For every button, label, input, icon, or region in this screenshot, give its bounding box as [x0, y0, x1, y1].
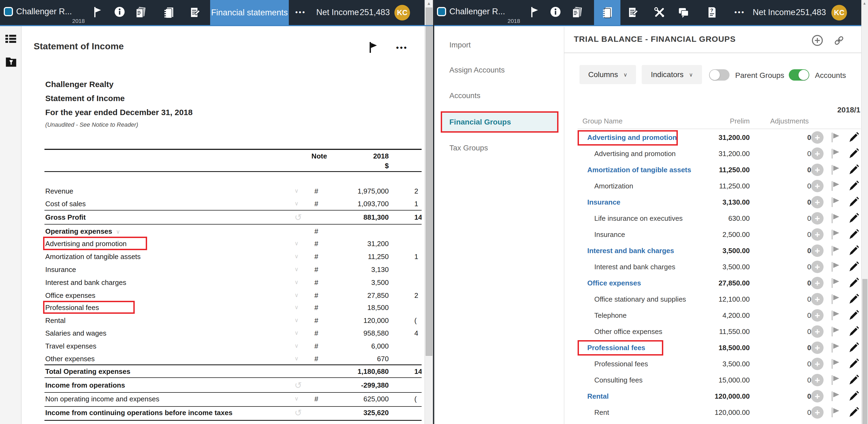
add-circle-icon[interactable]: +	[811, 261, 824, 273]
add-circle-icon[interactable]: +	[811, 390, 824, 402]
add-circle-icon[interactable]: +	[811, 180, 824, 192]
add-circle-icon[interactable]: +	[811, 406, 824, 419]
add-circle-icon[interactable]: +	[811, 212, 824, 224]
add-circle-icon[interactable]: +	[811, 131, 824, 144]
add-circle-icon[interactable]: +	[811, 163, 824, 176]
split-screen: Challenger R... 2018 Financial statement…	[0, 0, 868, 424]
annotation-highlight-box	[578, 130, 678, 146]
add-circle-icon[interactable]: +	[811, 196, 824, 208]
add-circle-icon[interactable]: +	[811, 277, 824, 289]
header-accent-line	[0, 25, 433, 26]
add-circle-icon[interactable]: +	[811, 293, 824, 305]
window-divider[interactable]	[433, 0, 434, 424]
add-circle-icon[interactable]: +	[811, 325, 824, 338]
add-circle-icon[interactable]: +	[811, 147, 824, 160]
annotation-highlight-box	[43, 301, 135, 314]
add-circle-icon[interactable]: +	[811, 341, 824, 354]
add-circle-icon[interactable]: +	[811, 244, 824, 257]
add-circle-icon[interactable]: +	[811, 228, 824, 241]
add-circle-icon[interactable]: +	[811, 374, 824, 386]
add-circle-icon[interactable]: +	[811, 358, 824, 370]
add-circle-icon[interactable]: +	[811, 309, 824, 322]
annotation-highlight-box	[578, 340, 663, 356]
annotation-highlight-box	[43, 237, 147, 250]
header-accent-line	[434, 25, 861, 26]
